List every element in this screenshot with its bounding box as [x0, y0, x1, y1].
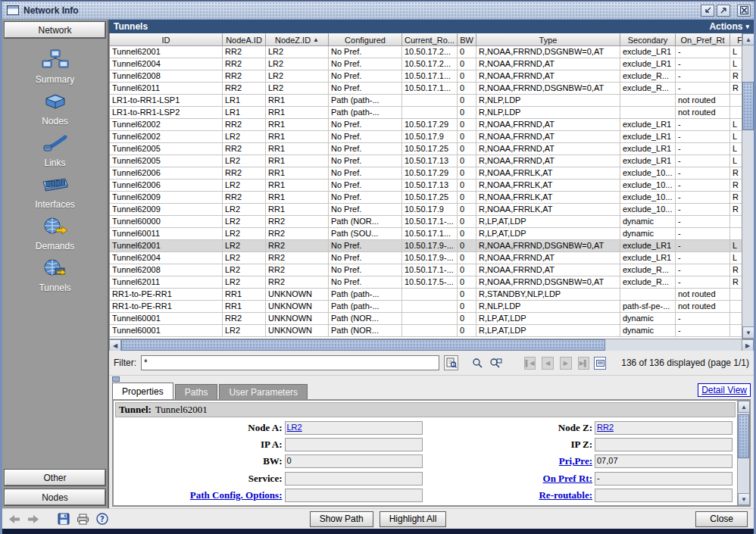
table-cell[interactable]: RR2 [223, 143, 266, 155]
table-row[interactable]: Tunnel62004RR2LR2No Pref.10.50.17.2...0R… [110, 58, 742, 70]
table-cell[interactable]: R,NLP,LDP [476, 107, 620, 119]
table-cell[interactable]: 0 [458, 131, 476, 143]
table-cell[interactable]: 0 [458, 276, 476, 289]
table-cell[interactable] [730, 313, 742, 325]
close-button[interactable] [737, 5, 751, 17]
table-cell[interactable]: RR1 [266, 95, 329, 107]
table-cell[interactable]: 0 [458, 95, 476, 107]
table-cell[interactable]: 10.50.17.9-... [402, 252, 458, 264]
table-cell[interactable]: 0 [458, 204, 476, 216]
table-cell[interactable]: 0 [458, 58, 476, 70]
table-cell[interactable] [402, 107, 458, 119]
table-cell[interactable]: LR2 [223, 216, 266, 228]
table-cell[interactable]: L [730, 240, 742, 252]
table-cell[interactable]: RR1-to-PE-RR1 [110, 301, 223, 313]
table-cell[interactable]: exclude_10... [620, 192, 676, 204]
table-cell[interactable]: L [730, 58, 742, 70]
table-cell[interactable]: 10.50.17.29 [402, 167, 458, 180]
table-cell[interactable] [620, 289, 676, 301]
save-icon[interactable] [58, 513, 70, 525]
table-cell[interactable]: R [730, 70, 742, 83]
table-cell[interactable]: RR2 [223, 70, 266, 83]
table-cell[interactable]: L [730, 119, 742, 131]
table-cell[interactable] [730, 95, 742, 107]
table-cell[interactable]: RR1 [266, 107, 329, 119]
table-cell[interactable]: R,NOAA,FRRND,AT [476, 70, 620, 83]
zoom-in-icon[interactable] [471, 356, 483, 370]
table-cell[interactable]: exclude_R... [620, 83, 676, 95]
table-cell[interactable]: 0 [458, 228, 476, 240]
table-cell[interactable]: 0 [458, 70, 476, 83]
scroll-down-icon[interactable]: ▼ [742, 326, 754, 339]
properties-vertical-scrollbar[interactable]: ▲ ▼ [737, 401, 749, 505]
table-cell[interactable]: R [730, 264, 742, 276]
table-cell[interactable]: RR1 [266, 143, 329, 155]
table-cell[interactable]: - [676, 276, 730, 289]
table-cell[interactable]: exclude_10... [620, 204, 676, 216]
table-cell[interactable]: Path (SOU... [329, 228, 402, 240]
table-cell[interactable]: - [676, 264, 730, 276]
table-cell[interactable]: - [676, 204, 730, 216]
table-cell[interactable]: - [676, 167, 730, 180]
table-cell[interactable] [730, 289, 742, 301]
title-bar[interactable]: Network Info [2, 2, 754, 20]
table-cell[interactable]: 10.50.17.1... [402, 83, 458, 95]
table-cell[interactable]: 10.50.17.1... [402, 228, 458, 240]
table-cell[interactable]: UNKNOWN [266, 325, 329, 337]
maximize-button[interactable] [717, 5, 730, 17]
column-header-type[interactable]: Type [476, 33, 620, 46]
table-cell[interactable]: not routed [676, 289, 730, 301]
table-cell[interactable]: LR1 [223, 107, 266, 119]
tab-properties[interactable]: Properties [112, 383, 173, 399]
table-cell[interactable]: 0 [458, 167, 476, 180]
table-row[interactable]: Tunnel62005RR2RR1No Pref.10.50.17.250R,N… [110, 143, 742, 155]
zoom-selection-icon[interactable] [489, 356, 502, 370]
table-cell[interactable]: L [730, 252, 742, 264]
table-cell[interactable] [402, 325, 458, 337]
vscroll-thumb[interactable] [742, 82, 754, 130]
table-cell[interactable]: R,STANDBY,NLP,LDP [476, 289, 620, 301]
table-cell[interactable]: - [676, 83, 730, 95]
table-cell[interactable]: LR1-to-RR1-LSP1 [110, 95, 223, 107]
scroll-left-icon[interactable]: ◀ [109, 339, 121, 351]
scroll-up-icon[interactable]: ▲ [738, 401, 750, 413]
table-cell[interactable]: exclude_LR1 [620, 131, 676, 143]
table-cell[interactable]: UNKNOWN [266, 313, 329, 325]
table-cell[interactable]: R,NOAA,FRRND,AT [476, 119, 620, 131]
table-row[interactable]: Tunnel62006RR2RR1No Pref.10.50.17.290R,N… [110, 167, 742, 180]
table-cell[interactable]: RR1 [266, 131, 329, 143]
props-vscroll-thumb[interactable] [738, 414, 749, 458]
sidebar-section-other[interactable]: Other [5, 470, 105, 486]
split-handle[interactable] [109, 375, 754, 382]
table-cell[interactable]: L [730, 143, 742, 155]
table-cell[interactable]: 0 [458, 240, 476, 252]
table-cell[interactable]: Tunnel60001 [110, 313, 223, 325]
table-cell[interactable]: LR2 [223, 131, 266, 143]
table-cell[interactable]: Tunnel62004 [110, 252, 223, 264]
table-cell[interactable]: R,LP,AT,LDP [476, 228, 620, 240]
minimize-button[interactable] [701, 5, 714, 17]
table-cell[interactable]: Tunnel62002 [110, 131, 223, 143]
hscroll-thumb[interactable] [121, 339, 605, 351]
table-row[interactable]: Tunnel62002RR2RR1No Pref.10.50.17.290R,N… [110, 119, 742, 131]
table-cell[interactable]: LR2 [223, 325, 266, 337]
table-cell[interactable]: - [676, 180, 730, 192]
column-header-nodez-id[interactable]: NodeZ.ID▲ [266, 33, 329, 46]
re-routable-link[interactable]: Re-routable: [426, 489, 593, 501]
table-cell[interactable]: 0 [458, 216, 476, 228]
table-cell[interactable]: Path (path-... [329, 95, 402, 107]
table-cell[interactable]: RR2 [223, 167, 266, 180]
table-cell[interactable]: RR1 [266, 167, 329, 180]
table-vertical-scrollbar[interactable]: ▲ ▼ [742, 33, 754, 339]
table-cell[interactable]: LR2 [266, 83, 329, 95]
table-cell[interactable]: No Pref. [329, 155, 402, 167]
table-cell[interactable]: No Pref. [329, 70, 402, 83]
table-cell[interactable]: Tunnel62004 [110, 58, 223, 70]
detail-view-link[interactable]: Detail View [698, 383, 751, 397]
table-cell[interactable]: Path (path-... [329, 301, 402, 313]
scroll-up-icon[interactable]: ▲ [742, 33, 754, 45]
sidebar-section-nodes[interactable]: Nodes [5, 489, 105, 505]
table-cell[interactable]: not routed [676, 107, 730, 119]
table-cell[interactable]: exclude_LR1 [620, 240, 676, 252]
table-cell[interactable]: 10.50.17.25 [402, 192, 458, 204]
